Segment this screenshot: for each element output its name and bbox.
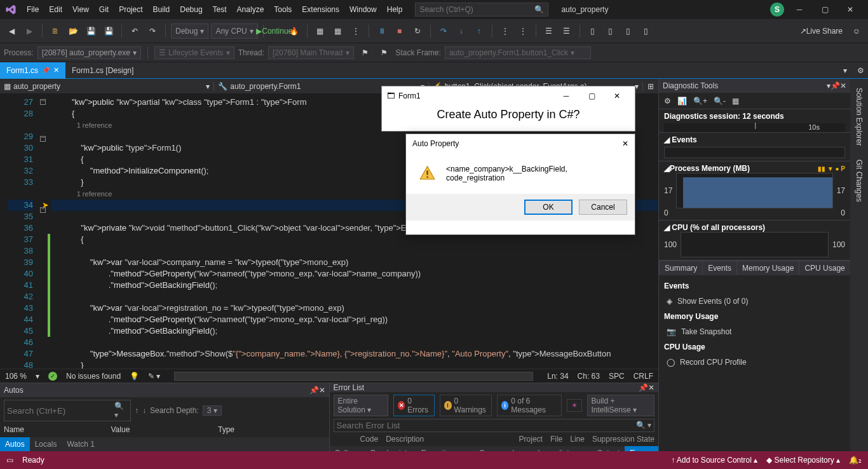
tb-icon[interactable]: ☰ bbox=[559, 24, 574, 39]
menu-view[interactable]: View bbox=[67, 0, 94, 19]
tb-icon[interactable]: ▯ bbox=[639, 24, 654, 39]
pin-icon[interactable]: 📌 bbox=[42, 67, 50, 74]
feedback-icon[interactable]: ☺ bbox=[849, 24, 864, 39]
menu-file[interactable]: File bbox=[22, 0, 44, 19]
tb-icon[interactable]: ⋮ bbox=[348, 24, 363, 39]
tb-icon[interactable]: ▦ bbox=[330, 24, 346, 39]
close-icon[interactable]: ✕ bbox=[840, 81, 846, 90]
col-desc[interactable]: Description bbox=[386, 435, 511, 444]
col-type[interactable]: Type bbox=[218, 425, 325, 434]
search-depth-dropdown[interactable]: 3 ▾ bbox=[203, 405, 222, 416]
close-icon[interactable]: ✕ bbox=[648, 383, 654, 392]
menu-analyze[interactable]: Analyze bbox=[232, 0, 269, 19]
show-events-link[interactable]: ◈Show Events (0 of 0) bbox=[664, 293, 845, 309]
brush-icon[interactable]: ✎ ▾ bbox=[148, 372, 160, 381]
step-over-icon[interactable]: ↷ bbox=[436, 24, 451, 39]
ok-button[interactable]: OK bbox=[524, 200, 573, 215]
zoom-out-icon[interactable]: 🔍- bbox=[714, 97, 726, 105]
gear-icon[interactable]: ⚙ bbox=[664, 97, 671, 105]
col-project[interactable]: Project bbox=[519, 435, 543, 444]
open-icon[interactable]: 📂 bbox=[65, 24, 81, 39]
arrow-down-icon[interactable]: ↓ bbox=[142, 406, 146, 415]
pause-icon[interactable]: ⏸ bbox=[374, 24, 390, 39]
tab-form1-design[interactable]: Form1.cs [Design] bbox=[65, 62, 140, 79]
menu-build[interactable]: Build bbox=[148, 0, 175, 19]
hot-reload-icon[interactable]: 🔥 bbox=[287, 24, 302, 39]
pin-icon[interactable]: 📌 bbox=[639, 383, 648, 392]
diag-tab-cpu[interactable]: CPU Usage bbox=[799, 261, 850, 275]
tb-icon[interactable]: ▯ bbox=[603, 24, 618, 39]
global-search-input[interactable] bbox=[419, 5, 534, 14]
tb-icon[interactable]: ☰ bbox=[541, 24, 557, 39]
split-icon[interactable]: ⊞ bbox=[643, 79, 658, 94]
close-tab-icon[interactable]: ✕ bbox=[53, 66, 59, 74]
arrow-up-icon[interactable]: ↑ bbox=[135, 406, 139, 415]
maximize-button[interactable]: ▢ bbox=[812, 0, 837, 19]
menu-project[interactable]: Project bbox=[114, 0, 147, 19]
diag-tab-events[interactable]: Events bbox=[702, 261, 737, 275]
thread-dropdown[interactable]: [20760] Main Thread ▾ bbox=[268, 46, 354, 59]
add-source-control[interactable]: ↑ Add to Source Control ▴ bbox=[671, 456, 757, 465]
output-icon[interactable]: ▭ bbox=[6, 456, 13, 465]
restart-icon[interactable]: ↻ bbox=[410, 24, 425, 39]
menu-test[interactable]: Test bbox=[208, 0, 232, 19]
errors-filter[interactable]: ✕0 Errors bbox=[393, 395, 435, 416]
tab-watch[interactable]: Watch 1 bbox=[62, 437, 100, 451]
tab-locals[interactable]: Locals bbox=[30, 437, 62, 451]
nav-project[interactable]: ▦ auto_property▾ bbox=[0, 82, 214, 91]
save-all-icon[interactable]: 💾 bbox=[101, 24, 116, 39]
user-avatar[interactable]: S bbox=[770, 3, 784, 17]
live-share-button[interactable]: ↗ Live Share bbox=[796, 24, 846, 39]
memory-graph[interactable] bbox=[676, 173, 832, 208]
lifecycle-dropdown[interactable]: ☰ Lifecycle Events ▾ bbox=[154, 46, 234, 59]
horizontal-scrollbar[interactable] bbox=[174, 372, 533, 381]
diag-tab-memory[interactable]: Memory Usage bbox=[736, 261, 799, 275]
events-graph[interactable] bbox=[664, 147, 845, 158]
line-ending[interactable]: CRLF bbox=[634, 372, 653, 381]
tb-icon[interactable]: ▯ bbox=[585, 24, 600, 39]
vtab-git-changes[interactable]: Git Changes bbox=[853, 156, 865, 206]
menu-git[interactable]: Git bbox=[94, 0, 114, 19]
autos-search-input[interactable] bbox=[7, 402, 114, 419]
col-supp[interactable]: Suppression State bbox=[592, 435, 654, 444]
lightbulb-icon[interactable]: 💡 bbox=[130, 372, 139, 381]
menu-help[interactable]: Help bbox=[382, 0, 408, 19]
col-code[interactable]: Code bbox=[360, 435, 379, 444]
tb-icon[interactable]: ⋮ bbox=[498, 24, 513, 39]
gear-icon[interactable]: ⚙ bbox=[853, 63, 868, 78]
indent-mode[interactable]: SPC bbox=[609, 372, 625, 381]
minimize-button[interactable]: ─ bbox=[553, 92, 579, 100]
tb-icon[interactable]: ⋮ bbox=[515, 24, 531, 39]
redo-icon[interactable]: ↷ bbox=[145, 24, 160, 39]
tool-icon[interactable]: 📊 bbox=[677, 97, 687, 105]
select-repository[interactable]: ◆ Select Repository ▴ bbox=[766, 456, 840, 465]
take-snapshot-link[interactable]: 📷Take Snapshot bbox=[664, 323, 845, 340]
tab-autos[interactable]: Autos bbox=[0, 437, 30, 451]
warnings-filter[interactable]: !0 Warnings bbox=[440, 395, 492, 416]
platform-dropdown[interactable]: Any CPU ▾ bbox=[211, 24, 257, 39]
forward-icon[interactable]: ▶ bbox=[22, 24, 37, 39]
messages-filter[interactable]: i0 of 6 Messages bbox=[497, 395, 562, 416]
pin-icon[interactable]: 📌 bbox=[309, 386, 319, 395]
stop-icon[interactable]: ■ bbox=[392, 24, 407, 39]
step-into-icon[interactable]: ↓ bbox=[454, 24, 469, 39]
menu-extensions[interactable]: Extensions bbox=[297, 0, 344, 19]
close-button[interactable]: ✕ bbox=[604, 92, 630, 100]
global-search[interactable]: 🔍 bbox=[415, 3, 548, 17]
step-out-icon[interactable]: ↑ bbox=[471, 24, 487, 39]
cancel-button[interactable]: Cancel bbox=[579, 200, 627, 215]
tab-form1-cs[interactable]: Form1.cs 📌 ✕ bbox=[0, 62, 65, 79]
reset-zoom-icon[interactable]: ▦ bbox=[732, 97, 739, 105]
record-cpu-link[interactable]: ◯Record CPU Profile bbox=[664, 354, 845, 370]
close-icon[interactable]: ✕ bbox=[622, 139, 628, 148]
build-filter-icon[interactable]: ✶ bbox=[567, 399, 582, 412]
pin-icon[interactable]: 📌 bbox=[831, 81, 840, 90]
events-graph-title[interactable]: ◢ Events bbox=[664, 135, 845, 144]
process-dropdown[interactable]: [20876] auto_property.exe ▾ bbox=[37, 46, 141, 59]
col-icon[interactable] bbox=[334, 435, 353, 444]
undo-icon[interactable]: ↶ bbox=[127, 24, 142, 39]
zoom-level[interactable]: 106 % bbox=[5, 372, 27, 381]
continue-button[interactable]: ▶ Continue ▾ bbox=[269, 24, 284, 39]
new-project-icon[interactable]: 🗎 bbox=[48, 24, 63, 39]
tabs-overflow-icon[interactable]: ▾ bbox=[837, 63, 853, 78]
